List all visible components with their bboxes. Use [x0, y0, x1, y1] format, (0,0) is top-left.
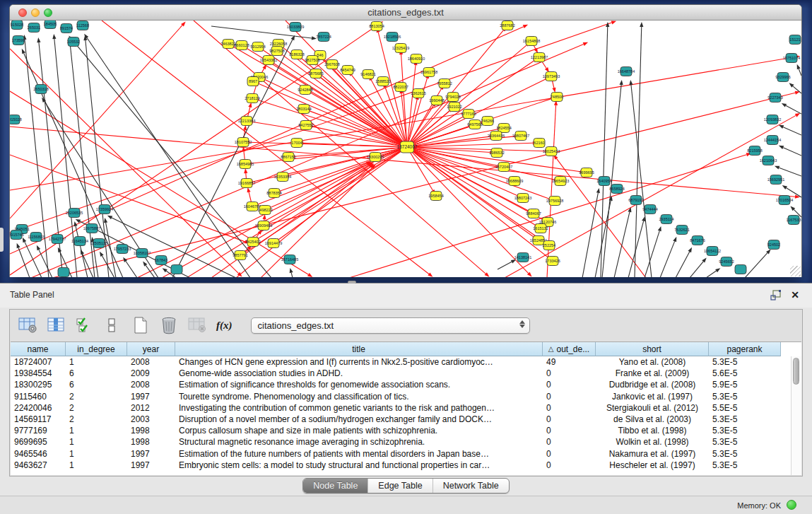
column-header-title[interactable]: title [175, 342, 543, 356]
graph-node-label: 19756928 [546, 199, 563, 203]
cell-year: 1998 [127, 426, 175, 436]
column-header-out_de[interactable]: △out_de... [543, 342, 596, 356]
table-settings-icon[interactable] [17, 315, 38, 335]
table-row[interactable]: 911546021997Tourette syndrome. Phenomeno… [11, 391, 801, 402]
graph-node-label: 1362615 [411, 91, 425, 95]
delete-table-icon[interactable] [158, 315, 180, 335]
column-header-short[interactable]: short [596, 342, 709, 356]
graph-node-label: 19218506 [384, 35, 401, 39]
graph-node-label: 252254 [543, 243, 555, 247]
graph-node-label: 7425402 [245, 240, 260, 244]
cell-year: 1997 [127, 449, 175, 459]
graph-node[interactable] [58, 268, 69, 277]
table-row[interactable]: 1456911722003Disruption of a novel membe… [11, 414, 801, 425]
network-canvas[interactable]: 1872400718300295746382286601285912954232… [10, 21, 801, 277]
unselect-all-columns-icon[interactable] [102, 315, 123, 335]
graph-edge [261, 168, 372, 277]
graph-node[interactable] [171, 265, 182, 274]
graph-node-label: 184505 [44, 22, 57, 26]
table-row[interactable]: 1938455462009Genome-wide association stu… [11, 368, 801, 379]
graph-node-label: 19654923 [552, 179, 569, 183]
graph-node-label: 105532 [67, 40, 80, 44]
graph-node-label: 18300295 [367, 155, 384, 159]
graph-edge [676, 252, 690, 277]
column-header-pagerank[interactable]: pagerank [709, 342, 781, 356]
cell-title: Disruption of a novel member of a sodium… [175, 414, 543, 424]
table-row[interactable]: 977716911998Corpus callosum shape and si… [11, 425, 801, 436]
tab-node-table[interactable]: Node Table [303, 479, 367, 493]
graph-node-label: 6879197 [628, 198, 643, 202]
cell-title: Estimation of significance thresholds fo… [175, 380, 543, 390]
graph-edge [274, 64, 407, 147]
graph-node-label: 16210643 [760, 158, 777, 163]
graph-node-label: 1167533 [786, 218, 801, 222]
create-new-table-icon[interactable] [130, 315, 151, 335]
graph-node-label: 8822037 [393, 85, 408, 89]
graph-node-label: 2935114 [659, 217, 673, 221]
network-window-titlebar[interactable]: citations_edges.txt [10, 5, 801, 21]
table-row[interactable]: 1872400712008Changes of HCN gene express… [11, 356, 801, 368]
table-row[interactable]: 969969511998Structural magnetic resonanc… [11, 436, 801, 448]
column-header-in_degree[interactable]: in_degree [66, 342, 127, 356]
graph-node-label: 15692951 [767, 177, 784, 182]
cell-name: 22420046 [11, 403, 66, 413]
show-hide-columns-icon[interactable] [45, 315, 66, 335]
cell-short: Dudbridge et al. (2008) [596, 380, 709, 390]
graph-node-label: 1498222 [257, 208, 272, 212]
graph-node-label: 17016504 [776, 198, 793, 202]
graph-edge-arrowhead [511, 259, 516, 264]
graph-edge [10, 155, 245, 242]
table-row[interactable]: 1830029562008Estimation of significance … [11, 379, 801, 390]
scrollbar-thumb[interactable] [793, 358, 799, 385]
cell-pagerank: 5.3E-5 [709, 437, 781, 447]
graph-node-label: 9794028 [445, 95, 460, 99]
graph-node-label: 9227343 [767, 95, 782, 100]
cell-in_degree: 1 [66, 437, 127, 447]
graph-edge-arrowhead [552, 88, 555, 93]
graph-node-label: 16033809 [287, 25, 304, 29]
table-row[interactable]: 946362711997Embryonic stem cells: a mode… [11, 460, 801, 471]
graph-edge-arrowhead [307, 273, 312, 277]
graph-node-label: 16909489 [255, 223, 272, 228]
tab-network-table[interactable]: Network Table [433, 479, 509, 493]
graph-node-label: 16961758 [420, 70, 437, 74]
column-header-year[interactable]: year [127, 342, 175, 356]
network-window[interactable]: citations_edges.txt 18724007183002957463… [9, 4, 802, 277]
graph-node-label: 18807243 [514, 196, 531, 200]
column-header-name[interactable]: name [11, 342, 66, 356]
graph-node-label: 7632621 [674, 228, 689, 232]
graph-node-label: 11645134 [71, 239, 88, 243]
vertical-scrollbar[interactable] [791, 356, 801, 475]
graph-node-label: 915028 [11, 23, 23, 27]
table-row[interactable]: 2242004622012Investigating the contribut… [11, 402, 801, 414]
cell-in_degree: 6 [66, 368, 127, 378]
table-select-dropdown[interactable]: citations_edges.txt [251, 317, 530, 334]
cell-in_degree: 2 [66, 392, 127, 402]
memory-status-label: Memory: OK [737, 501, 781, 510]
window-resize-grip[interactable] [790, 266, 801, 276]
graph-node-label: 1958454 [428, 194, 443, 198]
memory-ok-indicator [787, 500, 796, 510]
cell-out_de: 0 [543, 368, 596, 378]
graph-node-label: 17942737 [49, 237, 66, 241]
float-panel-icon[interactable] [770, 290, 782, 300]
select-all-columns-icon[interactable] [73, 315, 95, 335]
close-panel-icon[interactable]: ✕ [791, 289, 799, 300]
graph-node-label: 10688609 [506, 179, 523, 183]
graph-node[interactable] [735, 265, 746, 274]
cell-short: Franke et al. (2009) [596, 368, 709, 378]
cell-out_de: 0 [543, 414, 596, 424]
function-builder-icon[interactable]: f(x) [215, 320, 234, 332]
cell-short: de Silva et al. (2003) [596, 414, 709, 424]
graph-edge-arrowhead [642, 216, 645, 221]
graph-node-label: 12505135 [90, 241, 107, 245]
collapsed-panel-handle[interactable] [0, 228, 4, 252]
cell-name: 18724007 [11, 357, 66, 367]
cell-name: 9777169 [11, 426, 66, 436]
tab-edge-table[interactable]: Edge Table [367, 479, 432, 493]
graph-node-label: 8186328 [289, 52, 304, 57]
graph-node-label: 12093832 [764, 117, 781, 122]
table-row[interactable]: 946554611997Estimation of the future num… [11, 448, 801, 460]
graph-node-label: 10358107 [134, 251, 151, 255]
graph-node-label: 20364436 [488, 134, 505, 138]
